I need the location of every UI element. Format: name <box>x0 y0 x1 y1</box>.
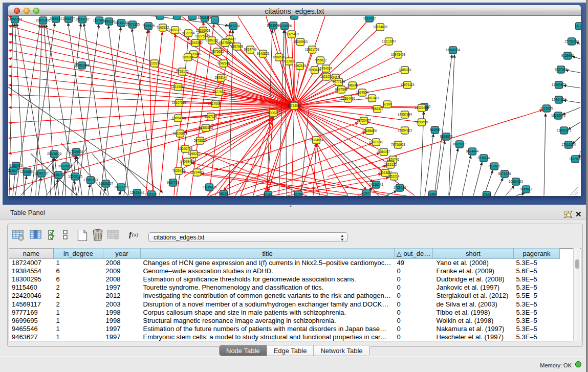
svg-text:14957984: 14957984 <box>398 113 412 116</box>
svg-text:9327503: 9327503 <box>195 34 208 38</box>
svg-text:10543382: 10543382 <box>188 41 203 45</box>
svg-text:20206570: 20206570 <box>47 152 62 156</box>
svg-text:90975887: 90975887 <box>58 164 73 168</box>
svg-text:13716485: 13716485 <box>202 185 217 189</box>
svg-text:23226058: 23226058 <box>196 29 211 32</box>
svg-text:9245612: 9245612 <box>520 187 533 191</box>
svg-text:1624554: 1624554 <box>356 91 369 94</box>
svg-text:10871: 10871 <box>362 191 371 195</box>
svg-text:9699695: 9699695 <box>416 120 428 124</box>
svg-text:15720407: 15720407 <box>357 119 372 122</box>
svg-text:19654923: 19654923 <box>398 128 412 132</box>
svg-text:12213369: 12213369 <box>171 85 186 89</box>
svg-text:16033809: 16033809 <box>198 16 212 19</box>
svg-text:9657791: 9657791 <box>167 181 180 184</box>
svg-text:7485063: 7485063 <box>399 68 411 72</box>
svg-text:19218506: 19218506 <box>277 24 292 28</box>
svg-text:9327508: 9327508 <box>219 41 232 45</box>
svg-text:18724007: 18724007 <box>287 104 302 107</box>
svg-text:92450: 92450 <box>428 192 437 196</box>
svg-text:4498222: 4498222 <box>188 152 201 156</box>
svg-text:11172: 11172 <box>575 24 581 28</box>
svg-text:12156859: 12156859 <box>20 170 35 173</box>
svg-text:10154808: 10154808 <box>373 25 388 29</box>
svg-text:7632621: 7632621 <box>488 164 501 168</box>
svg-text:9227342: 9227342 <box>555 68 568 71</box>
svg-text:16671355: 16671355 <box>125 23 140 26</box>
svg-text:62160: 62160 <box>383 102 392 106</box>
svg-text:2718170: 2718170 <box>176 70 189 73</box>
svg-text:6794024: 6794024 <box>320 67 333 70</box>
svg-text:9357224: 9357224 <box>227 24 240 28</box>
svg-text:12923446: 12923446 <box>130 191 145 194</box>
svg-text:87191: 87191 <box>264 193 273 196</box>
svg-text:1320746: 1320746 <box>387 158 400 161</box>
svg-text:10107552: 10107552 <box>172 101 187 104</box>
svg-text:164095: 164095 <box>429 128 441 132</box>
svg-text:1806377: 1806377 <box>62 17 75 20</box>
svg-text:2803144: 2803144 <box>215 76 228 79</box>
svg-text:735195: 735195 <box>146 192 157 196</box>
svg-text:16961758: 16961758 <box>305 48 320 51</box>
svg-text:87645: 87645 <box>482 193 491 196</box>
svg-text:12975115: 12975115 <box>400 83 415 86</box>
svg-text:9129154: 9129154 <box>182 31 195 35</box>
svg-text:1588520: 1588520 <box>273 55 286 59</box>
svg-text:10553267: 10553267 <box>75 17 90 21</box>
svg-text:2935114: 2935114 <box>477 156 490 160</box>
svg-text:6497508: 6497508 <box>335 87 348 91</box>
svg-text:3267110: 3267110 <box>205 115 217 118</box>
svg-text:10973403: 10973403 <box>391 53 406 56</box>
svg-text:19384554: 19384554 <box>309 138 324 142</box>
svg-text:8186328: 8186328 <box>206 38 219 42</box>
svg-text:9242845: 9242845 <box>217 61 230 65</box>
svg-text:79756928: 79756928 <box>391 143 406 146</box>
svg-text:12093872: 12093872 <box>552 83 567 86</box>
svg-text:746246: 746246 <box>347 83 358 87</box>
svg-text:21364436: 21364436 <box>341 97 356 100</box>
svg-text:66154: 66154 <box>294 192 303 196</box>
svg-text:9777169: 9777169 <box>333 80 345 83</box>
svg-text:8160123: 8160123 <box>169 28 182 32</box>
svg-text:16782759: 16782759 <box>114 185 129 189</box>
svg-text:18807249: 18807249 <box>369 140 384 144</box>
svg-text:7886372: 7886372 <box>371 107 384 111</box>
svg-text:1562615: 1562615 <box>294 64 307 68</box>
svg-text:252214: 252214 <box>388 174 400 178</box>
svg-text:19106825: 19106825 <box>173 132 188 135</box>
svg-text:12037: 12037 <box>150 61 159 65</box>
svg-text:16914479: 16914479 <box>190 170 205 174</box>
svg-text:11325419: 11325419 <box>285 32 299 36</box>
svg-text:9474444: 9474444 <box>466 149 479 153</box>
svg-text:391514: 391514 <box>8 169 19 172</box>
svg-text:8471676: 8471676 <box>498 172 511 176</box>
svg-text:15751074: 15751074 <box>564 39 579 43</box>
svg-text:1145194: 1145194 <box>52 173 65 177</box>
svg-text:17359938: 17359938 <box>69 150 84 154</box>
svg-text:7515525: 7515525 <box>142 24 155 28</box>
svg-text:12505135: 12505135 <box>68 174 83 178</box>
svg-text:17016504: 17016504 <box>561 143 576 146</box>
svg-text:10046798: 10046798 <box>178 147 193 150</box>
svg-text:(x): (x) <box>132 231 139 238</box>
svg-text:9185001: 9185001 <box>10 164 23 167</box>
svg-text:14055724: 14055724 <box>8 17 22 21</box>
svg-text:19300213: 19300213 <box>266 111 281 115</box>
svg-text:10654122: 10654122 <box>509 180 524 183</box>
svg-text:10025488: 10025488 <box>415 106 429 110</box>
svg-text:1167533: 1167533 <box>569 157 581 161</box>
svg-text:2069141: 2069141 <box>50 17 62 20</box>
svg-text:16648784: 16648784 <box>446 48 461 52</box>
svg-text:9684067: 9684067 <box>378 150 390 154</box>
svg-text:8427512: 8427512 <box>213 90 226 94</box>
svg-text:1733426: 1733426 <box>394 186 406 189</box>
svg-text:7163822: 7163822 <box>157 26 169 29</box>
svg-text:15353593: 15353593 <box>199 126 213 129</box>
svg-text:10688609: 10688609 <box>362 129 377 133</box>
svg-text:14136141: 14136141 <box>369 183 384 186</box>
svg-text:8122037: 8122037 <box>283 59 296 63</box>
svg-text:20691406: 20691406 <box>36 18 51 22</box>
svg-text:12942737: 12942737 <box>34 171 49 175</box>
svg-text:2087652: 2087652 <box>363 16 376 20</box>
svg-text:14099489: 14099489 <box>180 160 195 163</box>
